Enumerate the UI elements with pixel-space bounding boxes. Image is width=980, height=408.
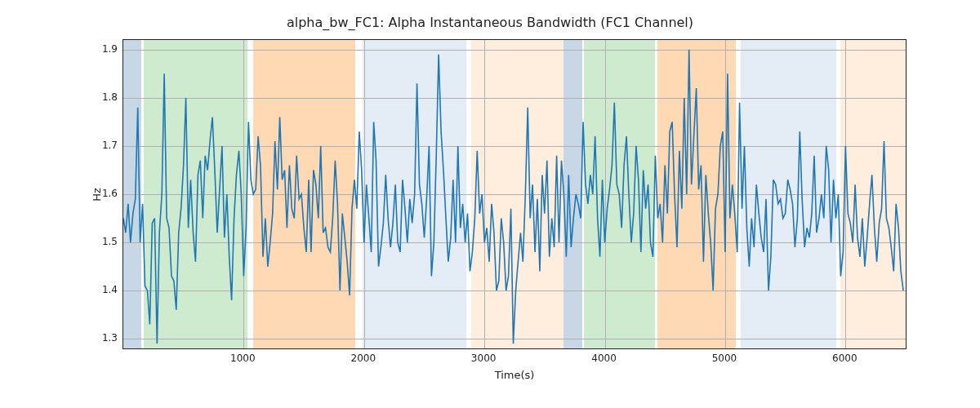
line-series — [123, 40, 906, 348]
y-tick-label: 1.6 — [77, 188, 118, 199]
x-tick-label: 1000 — [230, 353, 256, 364]
figure: alpha_bw_FC1: Alpha Instantaneous Bandwi… — [0, 0, 980, 408]
y-tick-label: 1.8 — [77, 91, 118, 103]
x-tick-label: 5000 — [712, 353, 737, 364]
y-tick-label: 1.3 — [77, 332, 118, 344]
x-tick-label: 4000 — [591, 353, 617, 364]
y-tick-label: 1.4 — [77, 284, 118, 295]
plot-area — [122, 39, 906, 349]
x-axis-label: Time(s) — [122, 369, 906, 381]
y-tick-label: 1.5 — [77, 236, 118, 247]
y-tick-label: 1.9 — [77, 43, 118, 55]
y-tick-label: 1.7 — [77, 140, 118, 151]
x-tick-label: 2000 — [350, 353, 376, 364]
x-tick-label: 3000 — [471, 353, 497, 364]
x-tick-label: 6000 — [832, 353, 858, 364]
chart-title: alpha_bw_FC1: Alpha Instantaneous Bandwi… — [0, 15, 980, 30]
